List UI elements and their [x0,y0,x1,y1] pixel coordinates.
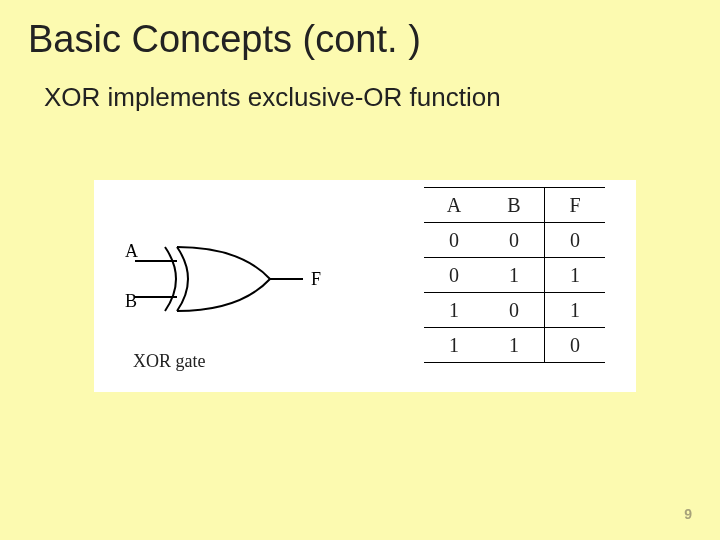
slide-subtitle: XOR implements exclusive-OR function [44,82,501,113]
gate-input-a-label: A [125,241,138,261]
th-a: A [424,188,484,223]
gate-output-label: F [311,269,321,289]
slide-title: Basic Concepts (cont. ) [28,18,421,61]
th-f: F [545,188,606,223]
page-number: 9 [684,506,692,522]
gate-caption: XOR gate [133,351,205,372]
gate-input-b-label: B [125,291,137,311]
th-b: B [484,188,545,223]
table-row: 1 1 0 [424,328,605,363]
table-row: 0 0 0 [424,223,605,258]
truth-table: A B F 0 0 0 0 1 1 1 0 1 1 1 [424,187,605,363]
xor-figure: A B F XOR gate A B F 0 0 0 0 1 1 1 [94,180,636,392]
xor-gate-icon: A B F [105,219,355,339]
table-row: 1 0 1 [424,293,605,328]
table-row: 0 1 1 [424,258,605,293]
